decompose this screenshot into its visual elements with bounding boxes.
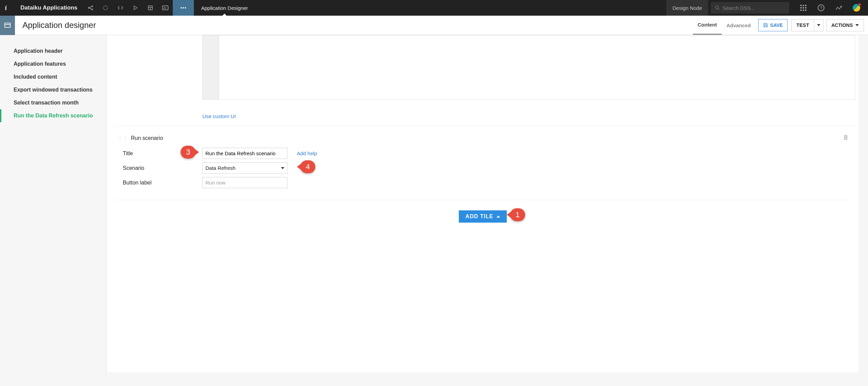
help-editor-preview[interactable] <box>202 35 855 100</box>
play-icon[interactable] <box>128 0 143 16</box>
actions-button[interactable]: ACTIONS <box>826 19 864 31</box>
callout-1: 1 <box>510 208 525 221</box>
test-dropdown[interactable] <box>814 19 823 31</box>
dashboards-icon[interactable] <box>143 0 158 16</box>
sidebar-item-included[interactable]: Included content <box>0 70 107 83</box>
notification-badge <box>858 3 861 6</box>
svg-point-10 <box>716 6 718 9</box>
tab-advanced[interactable]: Advanced <box>722 16 756 35</box>
scenario-select[interactable]: Data Refresh <box>202 162 287 174</box>
node-label: Design Node <box>666 0 708 16</box>
circle-icon[interactable] <box>98 0 113 16</box>
sidebar-item-header[interactable]: Application header <box>0 45 107 58</box>
svg-point-3 <box>103 6 107 10</box>
sidebar-item-refresh[interactable]: Run the Data Refresh scenario <box>0 109 107 122</box>
callout-4: 4 <box>300 160 315 173</box>
test-button[interactable]: TEST <box>791 19 814 31</box>
svg-rect-11 <box>5 23 11 28</box>
code-icon[interactable] <box>113 0 128 16</box>
sidebar-item-export[interactable]: Export windowed transactions <box>0 83 107 96</box>
tab-application-designer[interactable]: Application Designer <box>194 0 256 16</box>
drag-handle-icon[interactable]: ⋮⋮ <box>117 135 128 141</box>
save-button[interactable]: SAVE <box>758 19 788 31</box>
more-menu[interactable] <box>173 0 194 16</box>
svg-marker-12 <box>817 24 820 26</box>
tab-content[interactable]: Content <box>693 16 722 35</box>
svg-marker-13 <box>855 24 859 26</box>
svg-rect-6 <box>162 6 168 10</box>
svg-point-8 <box>183 7 184 9</box>
delete-tile-icon[interactable] <box>843 134 848 142</box>
sidebar-item-select[interactable]: Select transaction month <box>0 96 107 109</box>
use-custom-ui-link[interactable]: Use custom UI <box>107 107 858 126</box>
svg-point-9 <box>185 7 186 9</box>
sidebar-item-features[interactable]: Application features <box>0 58 107 70</box>
svg-marker-15 <box>497 215 500 218</box>
dataiku-logo[interactable] <box>0 0 15 16</box>
insights-icon[interactable] <box>158 0 173 16</box>
help-icon[interactable]: ? <box>814 0 829 16</box>
button-label-input[interactable] <box>202 177 287 188</box>
svg-point-1 <box>91 6 93 7</box>
callout-3: 3 <box>181 146 196 159</box>
user-avatar[interactable] <box>849 0 864 16</box>
scenario-label: Scenario <box>117 165 202 171</box>
flow-icon[interactable] <box>83 0 98 16</box>
activity-icon[interactable] <box>831 0 846 16</box>
search-box[interactable] <box>711 2 789 14</box>
add-help-link[interactable]: Add help <box>297 150 317 156</box>
button-label-label: Button label <box>117 180 202 186</box>
search-input[interactable] <box>722 5 785 11</box>
add-tile-button[interactable]: ADD TILE <box>459 210 507 223</box>
tile-type-label: Run scenario <box>131 135 163 141</box>
svg-point-2 <box>91 9 93 10</box>
svg-marker-14 <box>281 167 284 169</box>
app-designer-icon <box>0 16 15 35</box>
project-name[interactable]: Dataiku Applications <box>15 4 83 11</box>
title-input[interactable] <box>202 148 287 159</box>
page-title: Application designer <box>15 20 103 30</box>
sidebar-nav: Application header Application features … <box>0 35 107 386</box>
apps-grid-icon[interactable] <box>796 0 811 16</box>
svg-marker-4 <box>134 6 137 10</box>
svg-point-7 <box>181 7 182 9</box>
svg-point-0 <box>88 7 89 9</box>
